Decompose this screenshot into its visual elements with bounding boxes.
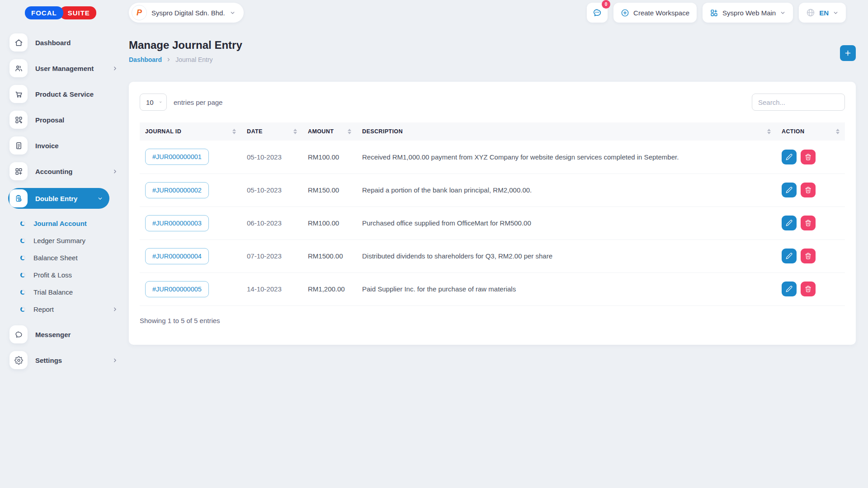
chevron-right-icon — [112, 66, 118, 71]
journal-table-card: 10 entries per page JOURNAL ID DATE — [129, 82, 856, 345]
bullet-icon — [20, 255, 25, 260]
language-label: EN — [819, 9, 829, 17]
company-selector[interactable]: P Syspro Digital Sdn. Bhd. — [129, 3, 244, 23]
sidebar-subitem-balance-sheet[interactable]: Balance Sheet — [20, 254, 118, 262]
sidebar-item-user-management[interactable]: User Management — [9, 59, 129, 77]
edit-button[interactable] — [782, 183, 797, 197]
users-icon — [9, 59, 28, 77]
journal-description: Distributed dividends to shareholders fo… — [357, 239, 776, 272]
edit-button[interactable] — [782, 249, 797, 263]
sidebar-item-accounting[interactable]: Accounting — [9, 162, 129, 180]
chat-icon — [9, 325, 28, 343]
column-header-description[interactable]: DESCRIPTION — [357, 122, 776, 141]
bullet-icon — [20, 238, 25, 243]
chat-badge: 0 — [602, 0, 610, 9]
edit-button[interactable] — [782, 282, 797, 296]
search-input[interactable] — [752, 94, 845, 111]
edit-button[interactable] — [782, 216, 797, 230]
delete-button[interactable] — [801, 150, 816, 164]
main-content: Manage Journal Entry Dashboard Journal E… — [129, 25, 868, 345]
pencil-icon — [786, 253, 793, 259]
cart-icon — [9, 85, 28, 103]
breadcrumb: Dashboard Journal Entry — [129, 56, 242, 63]
chat-button[interactable]: 0 — [587, 3, 608, 23]
double-entry-submenu: Journal Account Ledger Summary Balance S… — [9, 220, 129, 313]
sidebar-subitem-report[interactable]: Report — [20, 305, 118, 313]
trash-icon — [805, 154, 811, 160]
journal-date: 05-10-2023 — [241, 141, 302, 174]
journal-id-link[interactable]: #JUR000000001 — [145, 149, 209, 165]
journal-amount: RM150.00 — [302, 174, 357, 206]
globe-icon — [806, 8, 815, 17]
table-row: #JUR000000002 05-10-2023 RM150.00 Repaid… — [140, 174, 845, 206]
sidebar-item-double-entry[interactable]: Double Entry — [8, 188, 109, 209]
journal-amount: RM1,200.00 — [302, 272, 357, 305]
entries-per-page-label: entries per page — [174, 99, 222, 106]
sort-icon — [232, 129, 236, 134]
app-logo: FOCAL SUITE — [25, 6, 129, 19]
journal-id-link[interactable]: #JUR000000003 — [145, 215, 209, 231]
workspace-name: Syspro Web Main — [722, 9, 776, 17]
edit-button[interactable] — [782, 150, 797, 164]
bullet-icon — [20, 290, 25, 295]
grid-plus-icon — [9, 162, 28, 180]
journal-id-link[interactable]: #JUR000000005 — [145, 281, 209, 297]
chevron-right-icon — [112, 306, 118, 312]
journal-date: 07-10-2023 — [241, 239, 302, 272]
chevron-down-icon — [159, 99, 162, 105]
table-row: #JUR000000003 06-10-2023 RM100.00 Purcha… — [140, 206, 845, 239]
column-header-action[interactable]: ACTION — [776, 122, 845, 141]
workspace-selector[interactable]: Syspro Web Main — [703, 3, 793, 23]
sidebar-subitem-journal-account[interactable]: Journal Account — [20, 220, 118, 227]
journal-amount: RM1500.00 — [302, 239, 357, 272]
sort-icon — [293, 129, 297, 134]
grid-plus-icon — [710, 9, 718, 17]
chat-bubble-icon — [592, 8, 602, 18]
create-workspace-label: Create Workspace — [633, 9, 689, 17]
table-row: #JUR000000005 14-10-2023 RM1,200.00 Paid… — [140, 272, 845, 305]
circle-plus-icon — [621, 9, 629, 17]
sidebar-item-proposal[interactable]: Proposal — [9, 111, 129, 129]
sidebar-subitem-ledger-summary[interactable]: Ledger Summary — [20, 237, 118, 244]
delete-button[interactable] — [801, 249, 816, 263]
sidebar-item-messenger[interactable]: Messenger — [9, 325, 129, 343]
chevron-down-icon — [780, 10, 786, 16]
chevron-right-icon — [112, 169, 118, 174]
table-footer-summary: Showing 1 to 5 of 5 entries — [140, 317, 845, 324]
page-title: Manage Journal Entry — [129, 39, 242, 52]
create-workspace-button[interactable]: Create Workspace — [613, 3, 697, 23]
language-selector[interactable]: EN — [799, 3, 846, 23]
delete-button[interactable] — [801, 282, 816, 296]
column-header-date[interactable]: DATE — [241, 122, 302, 141]
pencil-icon — [786, 154, 793, 160]
journal-id-link[interactable]: #JUR000000002 — [145, 182, 209, 198]
column-header-amount[interactable]: AMOUNT — [302, 122, 357, 141]
sidebar-item-dashboard[interactable]: Dashboard — [9, 33, 129, 52]
add-journal-entry-button[interactable] — [840, 45, 856, 61]
sidebar-item-product-service[interactable]: Product & Service — [9, 85, 129, 103]
home-icon — [9, 33, 28, 52]
chevron-down-icon — [833, 10, 839, 16]
column-header-journal-id[interactable]: JOURNAL ID — [140, 122, 241, 141]
chevron-right-icon — [112, 357, 118, 363]
sidebar-subitem-trial-balance[interactable]: Trial Balance — [20, 288, 118, 296]
sort-icon — [767, 129, 771, 134]
delete-button[interactable] — [801, 183, 816, 197]
delete-button[interactable] — [801, 216, 816, 230]
journal-description: Purchased office supplied from OfficeMar… — [357, 206, 776, 239]
entries-per-page-select[interactable]: 10 — [140, 94, 167, 111]
sidebar-subitem-profit-loss[interactable]: Profit & Loss — [20, 271, 118, 279]
breadcrumb-dashboard-link[interactable]: Dashboard — [129, 56, 162, 63]
clipboard-clock-icon — [9, 189, 28, 207]
bullet-icon — [20, 221, 25, 226]
sidebar-item-invoice[interactable]: Invoice — [9, 136, 129, 155]
gear-icon — [9, 351, 28, 369]
journal-description: Paid Supplier Inc. for the purchase of r… — [357, 272, 776, 305]
pencil-icon — [786, 220, 793, 226]
sidebar-item-settings[interactable]: Settings — [9, 351, 129, 369]
journal-entries-table: JOURNAL ID DATE AMOUNT DESCRIPTION — [140, 122, 845, 306]
journal-date: 14-10-2023 — [241, 272, 302, 305]
journal-id-link[interactable]: #JUR000000004 — [145, 248, 209, 264]
pencil-icon — [786, 286, 793, 292]
chevron-down-icon — [97, 196, 103, 202]
